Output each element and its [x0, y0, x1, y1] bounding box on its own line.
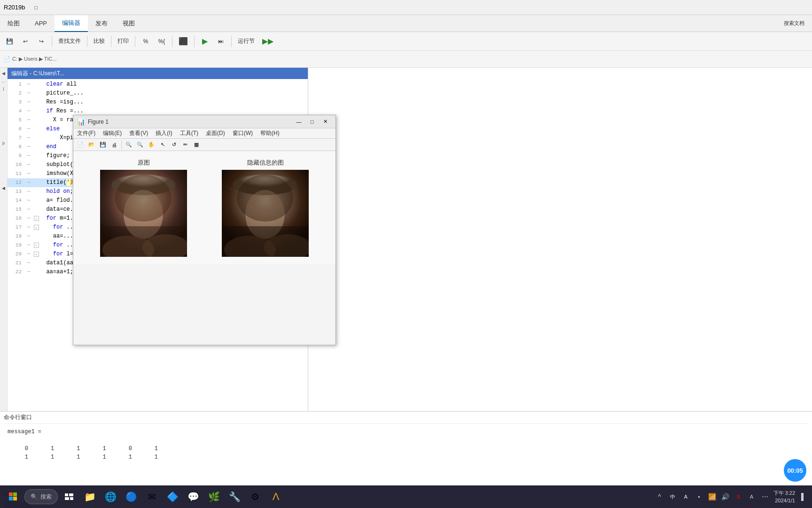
- collapse-box-19[interactable]: -: [34, 243, 39, 248]
- show-desktop[interactable]: ▌: [799, 492, 808, 501]
- figure-menu-desktop[interactable]: 桌面(D): [202, 128, 229, 139]
- tray-dots[interactable]: ⋯: [760, 492, 770, 501]
- linenum-5: 5: [8, 116, 24, 125]
- run-section-button[interactable]: 运行节: [234, 34, 258, 49]
- fig-btn-open[interactable]: 📂: [86, 140, 97, 150]
- menu-tab-view[interactable]: 视图: [115, 15, 142, 32]
- menu-tab-app[interactable]: APP: [27, 15, 55, 32]
- task-view-button[interactable]: [60, 487, 78, 506]
- print-button[interactable]: 打印: [114, 34, 132, 49]
- taskbar-chrome[interactable]: 🔵: [122, 487, 141, 506]
- fig-btn-annotate[interactable]: ✏: [180, 140, 190, 150]
- dash-19: —: [24, 241, 33, 250]
- collapse-17[interactable]: -: [33, 223, 39, 230]
- svg-rect-22: [65, 493, 68, 496]
- taskbar-matlab[interactable]: Λ: [266, 487, 285, 506]
- separator-6: [194, 36, 195, 47]
- taskbar-explorer[interactable]: 📁: [80, 487, 99, 506]
- collapse-box-17[interactable]: -: [34, 225, 39, 230]
- svg-rect-14: [231, 189, 232, 190]
- collapse-16[interactable]: -: [33, 214, 39, 221]
- figure-menu-edit[interactable]: 编辑(E): [99, 128, 125, 139]
- figure-close[interactable]: ✕: [319, 117, 332, 127]
- undo-button[interactable]: ↩: [18, 34, 33, 49]
- fig-btn-colorbar[interactable]: ▦: [191, 140, 202, 150]
- taskbar-wechat[interactable]: 💬: [184, 487, 203, 506]
- svg-rect-15: [250, 207, 251, 208]
- separator-2: [87, 36, 87, 47]
- tray-chevron[interactable]: ^: [655, 492, 664, 501]
- svg-rect-20: [9, 497, 13, 500]
- breakpoint-button[interactable]: ⬛: [175, 34, 191, 49]
- figure-menu-help[interactable]: 帮助(H): [257, 128, 283, 139]
- system-clock[interactable]: 下午 3:22 2024/1/1: [773, 489, 795, 504]
- figure-menu-insert[interactable]: 插入(I): [152, 128, 176, 139]
- separator-3: [111, 36, 111, 47]
- figure-menu-tools[interactable]: 工具(T): [176, 128, 202, 139]
- taskbar-tool2[interactable]: ⚙: [246, 487, 265, 506]
- indent-button[interactable]: %: [138, 34, 153, 49]
- save-button[interactable]: 💾: [2, 34, 17, 49]
- tray-ime-3[interactable]: •: [695, 492, 704, 501]
- menu-tab-publish[interactable]: 发布: [88, 15, 115, 32]
- step-button[interactable]: ⏭: [213, 34, 228, 49]
- svg-rect-13: [222, 226, 309, 257]
- menu-tab-plot[interactable]: 绘图: [0, 15, 27, 32]
- collapse-20[interactable]: -: [33, 250, 39, 257]
- tray-network[interactable]: 📶: [708, 492, 717, 501]
- run-button[interactable]: ▶: [197, 34, 212, 49]
- app-title: R2019b: [4, 4, 25, 11]
- taskbar-edge[interactable]: 🌐: [101, 487, 120, 506]
- cmd-msg-label: message1 =: [8, 429, 41, 435]
- dash-6: —: [24, 125, 33, 134]
- figure-minimize[interactable]: —: [292, 117, 305, 127]
- fig-btn-rotate[interactable]: ↺: [169, 140, 179, 150]
- taskbar-mail[interactable]: ✉: [142, 487, 161, 506]
- start-button[interactable]: [4, 487, 23, 506]
- tray-ime-a[interactable]: A: [747, 492, 757, 501]
- svg-point-3: [115, 175, 172, 222]
- taskbar-ie[interactable]: 🔷: [163, 487, 182, 506]
- taskbar-browser2[interactable]: 🌿: [204, 487, 223, 506]
- tray-volume[interactable]: 🔊: [721, 492, 730, 501]
- svg-rect-19: [13, 492, 17, 496]
- find-files-button[interactable]: 查找文件: [55, 34, 84, 49]
- maximize-button[interactable]: □: [25, 0, 47, 15]
- fig-btn-save[interactable]: 💾: [98, 140, 108, 150]
- figure-menu-window[interactable]: 窗口(W): [229, 128, 257, 139]
- compare-button[interactable]: 比较: [90, 34, 108, 49]
- menu-tab-editor[interactable]: 编辑器: [55, 15, 88, 32]
- timer-badge[interactable]: 00:05: [784, 459, 806, 482]
- tray-ime-s[interactable]: S: [734, 492, 743, 501]
- figure-title: 📊 Figure 1: [77, 118, 292, 126]
- fig-btn-select[interactable]: ↖: [157, 140, 168, 150]
- dash-16: —: [24, 214, 33, 223]
- strip-icon-2: …: [0, 77, 8, 85]
- cmd-matrix-row-1: 0 1 1 1 0 1: [8, 444, 804, 453]
- figure-titlebar: 📊 Figure 1 — □ ✕: [73, 115, 336, 128]
- figure-maximize[interactable]: □: [305, 117, 319, 127]
- redo-button[interactable]: ↪: [34, 34, 49, 49]
- go-button[interactable]: ▶▶: [259, 34, 277, 49]
- taskbar-tool1[interactable]: 🔧: [225, 487, 244, 506]
- fig-btn-zoom-in[interactable]: 🔍: [124, 140, 134, 150]
- collapse-19[interactable]: -: [33, 241, 39, 248]
- linenum-20: 20: [8, 250, 24, 259]
- fig-btn-print[interactable]: 🖨: [109, 140, 119, 150]
- linenum-7: 7: [8, 134, 24, 143]
- comment-button[interactable]: %{: [154, 34, 169, 49]
- collapse-box-16[interactable]: -: [34, 216, 39, 221]
- strip-icon-4: p: [0, 139, 8, 147]
- tray-ime-2[interactable]: A: [681, 492, 691, 501]
- fig-btn-pan[interactable]: ✋: [146, 140, 156, 150]
- figure-menu-view[interactable]: 查看(V): [125, 128, 152, 139]
- figure-menu-file[interactable]: 文件(F): [73, 128, 99, 139]
- dash-12: —: [24, 178, 33, 187]
- fig-btn-zoom-out[interactable]: 🔍: [135, 140, 145, 150]
- strip-icon-3: j: [0, 85, 8, 92]
- taskbar-search[interactable]: 🔍 搜索: [24, 489, 58, 504]
- tray-ime-1[interactable]: 中: [668, 492, 678, 501]
- fig-btn-new[interactable]: 📄: [75, 140, 86, 150]
- collapse-box-20[interactable]: -: [34, 252, 39, 257]
- search-docs[interactable]: 搜索文档: [776, 15, 812, 32]
